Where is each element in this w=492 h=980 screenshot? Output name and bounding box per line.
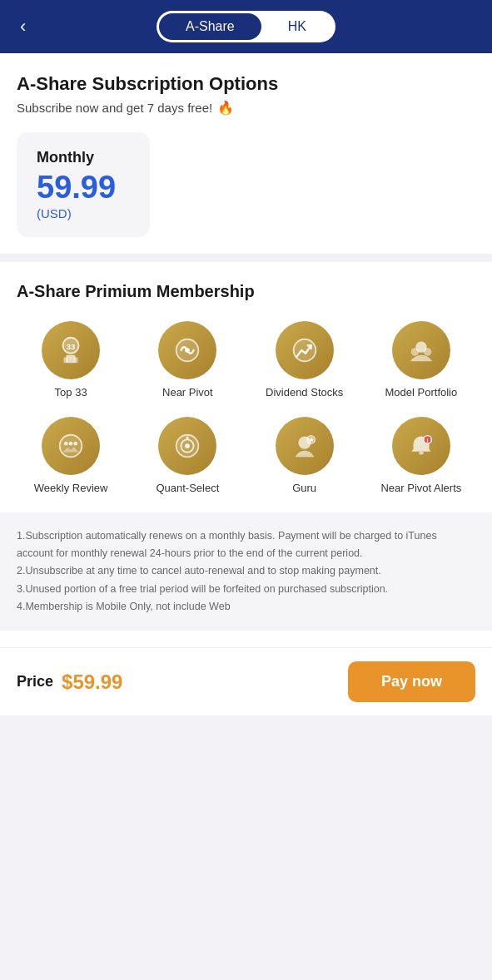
pricing-card[interactable]: Monthly 59.99 (USD) — [17, 132, 150, 237]
svg-text:★: ★ — [308, 437, 314, 443]
svg-rect-4 — [74, 358, 78, 364]
svg-text:33: 33 — [67, 342, 76, 351]
section-divider — [0, 254, 492, 262]
bottom-bar: Price $59.99 Pay now — [0, 647, 492, 715]
guru-icon-circle: ★ — [276, 417, 334, 475]
feature-top33: 33 Top 33 — [17, 321, 125, 400]
tab-hk[interactable]: HK — [261, 13, 333, 40]
svg-point-14 — [73, 442, 77, 446]
plan-currency: (USD) — [37, 206, 130, 220]
near-pivot-icon-circle — [158, 321, 216, 379]
svg-point-17 — [186, 443, 191, 448]
model-portfolio-icon-circle — [392, 321, 450, 379]
price-value: $59.99 — [62, 671, 122, 694]
price-display: Price $59.99 — [17, 671, 122, 694]
tab-switch: A-Share HK — [157, 11, 335, 42]
weekly-review-icon — [55, 430, 87, 462]
terms-text: 1.Subscription automatically renews on a… — [17, 527, 475, 616]
svg-point-9 — [411, 348, 420, 356]
membership-title: A-Share Primium Membership — [17, 282, 475, 301]
subtitle-text: Subscribe now and get 7 days free! — [17, 101, 212, 115]
near-pivot-icon — [171, 334, 203, 366]
quant-select-icon — [171, 430, 203, 462]
feature-near-pivot-alerts: ! Near Pivot Alerts — [367, 417, 475, 496]
subscription-section: A-Share Subscription Options Subscribe n… — [0, 53, 492, 254]
svg-rect-22 — [419, 452, 424, 455]
model-portfolio-icon — [405, 334, 437, 366]
membership-section: A-Share Primium Membership 33 Top 33 — [0, 262, 492, 647]
svg-point-13 — [69, 442, 73, 446]
top33-icon-circle: 33 — [42, 321, 100, 379]
feature-guru: ★ Guru — [251, 417, 359, 496]
svg-point-7 — [293, 339, 316, 362]
dividend-label: Dividend Stocks — [266, 386, 343, 400]
term-3: 3.Unused portion of a free trial period … — [17, 583, 388, 595]
terms-section: 1.Subscription automatically renews on a… — [0, 512, 492, 631]
svg-point-10 — [424, 348, 431, 356]
top33-label: Top 33 — [55, 386, 87, 400]
weekly-review-label: Weekly Review — [34, 482, 108, 496]
svg-rect-3 — [64, 358, 68, 364]
svg-point-12 — [64, 442, 68, 446]
feature-near-pivot: Near Pivot — [133, 321, 241, 400]
subtitle: Subscribe now and get 7 days free! 🔥 — [17, 100, 475, 116]
term-2: 2.Unsubscribe at any time to cancel auto… — [17, 565, 381, 577]
near-pivot-alerts-icon: ! — [405, 430, 437, 462]
fire-icon: 🔥 — [217, 100, 234, 116]
near-pivot-label: Near Pivot — [162, 386, 213, 400]
model-portfolio-label: Model Portfolio — [385, 386, 458, 400]
guru-label: Guru — [292, 482, 316, 496]
svg-text:!: ! — [426, 437, 429, 444]
pay-now-button[interactable]: Pay now — [348, 661, 475, 702]
plan-price: 59.99 — [37, 171, 130, 203]
feature-quant-select: Quant-Select — [133, 417, 241, 496]
features-grid: 33 Top 33 Near Pivot — [17, 321, 475, 496]
top33-icon: 33 — [55, 334, 87, 366]
near-pivot-alerts-label: Near Pivot Alerts — [380, 482, 461, 496]
svg-point-11 — [60, 435, 82, 458]
back-button[interactable]: ‹ — [13, 9, 32, 44]
dividend-icon — [289, 334, 321, 366]
header: ‹ A-Share HK — [0, 0, 492, 53]
feature-weekly-review: Weekly Review — [17, 417, 125, 496]
guru-icon: ★ — [289, 430, 321, 462]
price-label: Price — [17, 673, 53, 690]
near-pivot-alerts-icon-circle: ! — [392, 417, 450, 475]
plan-label: Monthly — [37, 149, 130, 166]
page-title: A-Share Subscription Options — [17, 73, 475, 95]
quant-select-label: Quant-Select — [156, 482, 219, 496]
tab-ashare[interactable]: A-Share — [159, 13, 261, 40]
dividend-icon-circle — [276, 321, 334, 379]
quant-select-icon-circle — [158, 417, 216, 475]
term-1: 1.Subscription automatically renews on a… — [17, 530, 437, 559]
term-4: 4.Membership is Mobile Only, not include… — [17, 601, 231, 612]
feature-dividend: Dividend Stocks — [251, 321, 359, 400]
svg-point-6 — [186, 348, 191, 353]
feature-model-portfolio: Model Portfolio — [367, 321, 475, 400]
svg-point-18 — [186, 436, 189, 439]
weekly-review-icon-circle — [42, 417, 100, 475]
